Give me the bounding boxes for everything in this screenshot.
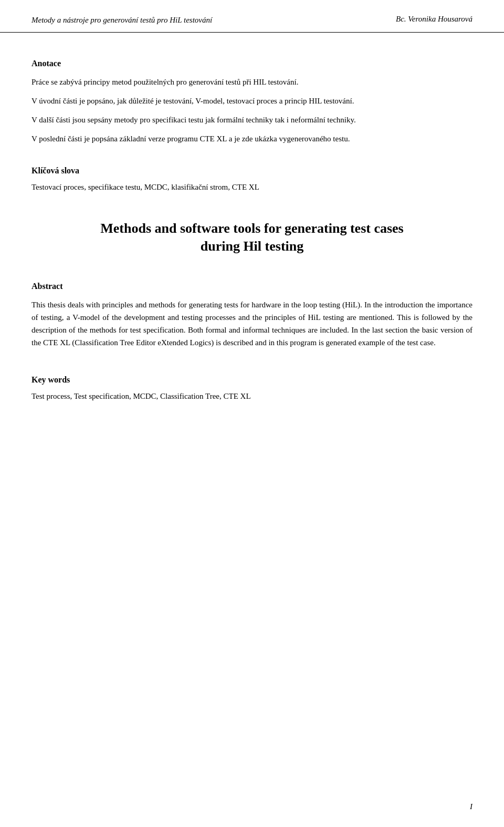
- english-title-section: Methods and software tools for generatin…: [32, 220, 472, 255]
- header-document-title: Metody a nástroje pro generování testů p…: [32, 15, 212, 26]
- klicova-slova-title: Klíčová slova: [32, 166, 472, 175]
- page-number: I: [470, 802, 472, 811]
- klicova-slova-section: Klíčová slova Testovací proces, specifik…: [32, 166, 472, 193]
- abstract-title: Abstract: [32, 282, 472, 291]
- abstract-section: Abstract This thesis deals with principl…: [32, 282, 472, 349]
- anotace-section: Anotace Práce se zabývá principy metod p…: [32, 59, 472, 145]
- key-words-section: Key words Test process, Test specificati…: [32, 375, 472, 402]
- key-words-title: Key words: [32, 375, 472, 385]
- header-author: Bc. Veronika Housarová: [396, 15, 472, 24]
- english-title-line1: Methods and software tools for generatin…: [100, 221, 403, 236]
- english-title: Methods and software tools for generatin…: [32, 220, 472, 255]
- anotace-paragraph-3: V další části jsou sepsány metody pro sp…: [32, 113, 472, 126]
- page-header: Metody a nástroje pro generování testů p…: [0, 0, 504, 33]
- page: Metody a nástroje pro generování testů p…: [0, 0, 504, 827]
- abstract-paragraph: This thesis deals with principles and me…: [32, 298, 472, 349]
- anotace-paragraph-4: V poslední části je popsána základní ver…: [32, 132, 472, 145]
- anotace-paragraph-2: V úvodní části je popsáno, jak důležité …: [32, 95, 472, 107]
- anotace-title: Anotace: [32, 59, 472, 68]
- main-content: Anotace Práce se zabývá principy metod p…: [0, 33, 504, 434]
- klicova-slova-text: Testovací proces, specifikace testu, MCD…: [32, 181, 472, 193]
- anotace-paragraph-1: Práce se zabývá principy metod použiteln…: [32, 76, 472, 88]
- key-words-text: Test process, Test specification, MCDC, …: [32, 390, 472, 402]
- english-title-line2: during Hil testing: [201, 239, 303, 254]
